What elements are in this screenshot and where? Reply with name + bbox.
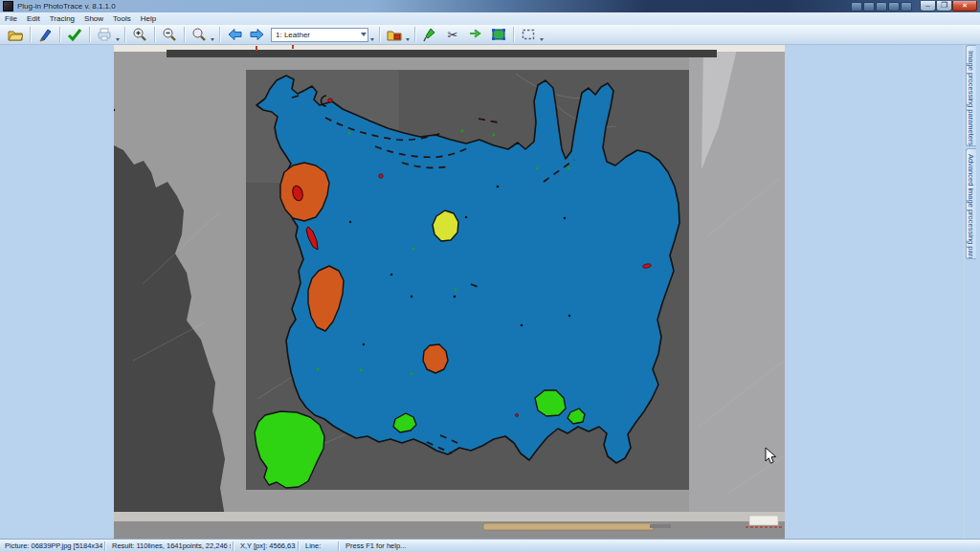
vector-image-icon [491, 27, 506, 42]
photo-canvas-svg[interactable] [114, 45, 785, 539]
chevron-down-icon [359, 30, 368, 40]
photo-bottom-band [114, 521, 785, 539]
status-line: Line: [301, 541, 336, 550]
print-button[interactable] [93, 25, 116, 44]
toolbar-group-overflow[interactable] [406, 26, 411, 43]
export-button[interactable] [383, 25, 406, 44]
toolbar: 1: Leather ✂ [0, 25, 980, 45]
statusbar-separator [338, 541, 339, 551]
tab-advanced-image-processing-parameters[interactable]: Advanced image processing parameters [966, 148, 976, 259]
title-bar: Plug-in PhotoTrace v. 8.1.1.0 – ❐ × [0, 0, 980, 12]
pen-icon [37, 27, 53, 42]
toolbar-separator [124, 27, 125, 42]
statusbar-separator [233, 541, 234, 551]
zoom-in-button[interactable] [128, 25, 151, 44]
selection-rect-icon [521, 27, 536, 42]
cut-tool-button[interactable]: ✂ [441, 25, 464, 44]
status-xy-coordinates: X,Y [px]: 4566,632 [235, 541, 296, 550]
defect-region-orange-3[interactable] [423, 344, 448, 373]
zoom-tool-button[interactable] [188, 25, 211, 44]
trace-button[interactable] [464, 25, 487, 44]
photo-top-shadow [167, 50, 717, 57]
titlebar-extra-button[interactable] [901, 2, 912, 11]
app-icon [3, 1, 13, 11]
titlebar-extra-buttons [851, 2, 912, 11]
menu-help[interactable]: Help [136, 12, 161, 25]
folder-export-icon [387, 27, 402, 42]
corner-label [749, 516, 778, 525]
workspace-background: Image processing parameters Advanced ima… [0, 45, 980, 539]
window-title: Plug-in PhotoTrace v. 8.1.1.0 [17, 0, 116, 12]
parameter-tab-strip: Image processing parameters Advanced ima… [964, 45, 980, 539]
toolbar-separator [89, 27, 90, 42]
maximize-button[interactable]: ❐ [936, 1, 952, 11]
status-help-hint: Press F1 for help... [341, 541, 980, 550]
toolbar-separator [30, 27, 31, 42]
photo-top-mark [256, 46, 257, 51]
menu-file[interactable]: File [0, 12, 22, 25]
printer-icon [97, 27, 112, 42]
titlebar-extra-button[interactable] [863, 2, 875, 11]
statusbar-separator [298, 541, 299, 551]
arrow-right-icon [249, 28, 266, 41]
toolbar-separator [154, 27, 155, 42]
toolbar-separator [219, 27, 220, 42]
menu-show[interactable]: Show [79, 12, 108, 25]
toolbar-group-overflow[interactable] [540, 26, 545, 43]
pin-tool-button[interactable] [418, 25, 441, 44]
menu-bar: File Edit Tracing Show Tools Help [0, 12, 980, 25]
tracing-mode-select[interactable]: 1: Leather [271, 28, 368, 42]
canvas[interactable] [114, 45, 785, 539]
toolbar-group-overflow[interactable] [370, 26, 375, 43]
edit-button[interactable] [33, 25, 56, 44]
checkmark-icon [67, 27, 82, 42]
green-arrow-icon [468, 27, 483, 42]
status-bar: Picture: 06839PP.jpg [5184x3456] Result:… [0, 539, 980, 552]
select-region-button[interactable] [517, 25, 540, 44]
menu-tools[interactable]: Tools [108, 12, 136, 25]
photo-top-mark [292, 45, 294, 49]
ruler-tip [650, 524, 671, 528]
prev-button[interactable] [223, 25, 246, 44]
statusbar-separator [104, 541, 105, 551]
close-button[interactable]: × [952, 1, 977, 11]
minimize-button[interactable]: – [920, 1, 936, 11]
toolbar-separator [513, 27, 514, 42]
accept-button[interactable] [63, 25, 86, 44]
open-button[interactable] [4, 25, 27, 44]
zoom-in-icon [132, 27, 147, 42]
menu-edit[interactable]: Edit [22, 12, 45, 25]
magnifier-icon [191, 27, 207, 42]
titlebar-extra-button[interactable] [888, 2, 900, 11]
toolbar-separator [379, 27, 380, 42]
zoom-out-icon [162, 27, 177, 42]
status-picture: Picture: 06839PP.jpg [5184x3456] [0, 541, 102, 550]
pin-icon [422, 27, 437, 42]
photo-bottom-light-strip [114, 512, 785, 521]
toolbar-group-overflow[interactable] [116, 26, 121, 43]
titlebar-extra-button[interactable] [851, 2, 862, 11]
open-folder-icon [8, 27, 23, 42]
toolbar-separator [59, 27, 60, 42]
menu-tracing[interactable]: Tracing [45, 12, 79, 25]
toolbar-group-overflow[interactable] [211, 26, 215, 43]
titlebar-extra-button[interactable] [876, 2, 887, 11]
tracing-mode-value: 1: Leather [276, 29, 310, 41]
arrow-left-icon [226, 28, 243, 41]
tab-image-processing-parameters[interactable]: Image processing parameters [966, 45, 976, 146]
vectorize-button[interactable] [487, 25, 510, 44]
next-button[interactable] [246, 25, 269, 44]
toolbar-separator [184, 27, 185, 42]
status-result: Result: 110lines, 1641points, 22,246 sec… [107, 541, 231, 550]
zoom-out-button[interactable] [158, 25, 181, 44]
toolbar-separator [414, 27, 415, 42]
wooden-ruler [483, 523, 654, 530]
scissors-icon: ✂ [448, 29, 458, 41]
